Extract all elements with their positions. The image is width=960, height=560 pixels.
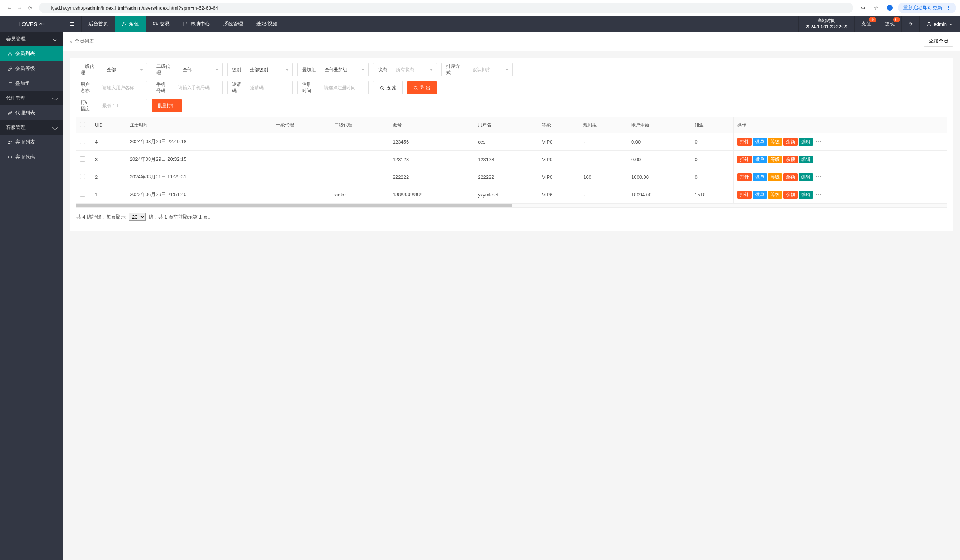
table-row: 22024年03月01日 11:29:31222222222222VIP0100… bbox=[76, 168, 947, 186]
chevron-down-icon bbox=[53, 37, 58, 41]
regtime-input[interactable] bbox=[320, 81, 368, 94]
filter-stack[interactable]: 叠加组 全部叠加组 bbox=[298, 63, 369, 77]
filter-phone: 手机号码 bbox=[152, 81, 223, 94]
restart-button[interactable]: 重新启动即可更新 ⋮ bbox=[898, 3, 956, 13]
sidebar-group-cs[interactable]: 客服管理 bbox=[0, 120, 63, 134]
sidebar-item-member-list[interactable]: 会员列表 bbox=[0, 46, 63, 61]
batch-inject-button[interactable]: 批量打针 bbox=[152, 99, 181, 112]
nav-help[interactable]: 帮助中心 bbox=[176, 16, 217, 32]
nav-recharge[interactable]: 32 充值 bbox=[854, 16, 878, 32]
row-checkbox[interactable] bbox=[80, 139, 85, 144]
username-input[interactable] bbox=[98, 81, 147, 94]
cell-username: 123123 bbox=[474, 151, 538, 168]
cell-username: yxymknet bbox=[474, 186, 538, 204]
invite-input[interactable] bbox=[246, 81, 293, 94]
sidebar-item-cs-list[interactable]: 客服列表 bbox=[0, 134, 63, 150]
op-order-button[interactable]: 做单 bbox=[753, 156, 767, 163]
sidebar-item-stack-group[interactable]: 叠加组 bbox=[0, 76, 63, 91]
row-checkbox[interactable] bbox=[80, 191, 85, 197]
nav-home[interactable]: 后台首页 bbox=[82, 16, 115, 32]
refresh-button[interactable]: ⟳ bbox=[901, 16, 920, 32]
user-table: UID 注册时间 一级代理 二级代理 账号 用户名 等级 规则组 账户余额 佣金… bbox=[76, 117, 947, 207]
sidebar-item-member-level[interactable]: 会员等级 bbox=[0, 61, 63, 76]
select-all-checkbox[interactable] bbox=[80, 122, 85, 127]
sidebar-group-member[interactable]: 会员管理 bbox=[0, 32, 63, 46]
cell-ops: 打针做单等级余额编辑⋯ bbox=[733, 168, 947, 186]
cell-balance: 0.00 bbox=[627, 151, 691, 168]
nav-withdraw[interactable]: 0 提现 bbox=[878, 16, 901, 32]
filter-sort[interactable]: 排序方式 默认排序 bbox=[442, 63, 513, 77]
page-size-select[interactable]: 20 bbox=[129, 213, 146, 221]
sidebar-item-agent-list[interactable]: 代理列表 bbox=[0, 105, 63, 120]
forward-button[interactable]: → bbox=[14, 3, 25, 13]
op-order-button[interactable]: 做单 bbox=[753, 173, 767, 181]
op-edit-button[interactable]: 编辑 bbox=[799, 191, 813, 199]
col-rulegrp: 规则组 bbox=[579, 117, 627, 133]
row-checkbox[interactable] bbox=[80, 156, 85, 161]
cell-ops: 打针做单等级余额编辑⋯ bbox=[733, 151, 947, 168]
table-row: 12022年06月29日 21:51:40xiake18888888888yxy… bbox=[76, 186, 947, 204]
op-balance-button[interactable]: 余额 bbox=[783, 156, 798, 163]
nav-media[interactable]: 选妃/视频 bbox=[250, 16, 284, 32]
filter-status[interactable]: 状态 所有状态 bbox=[373, 63, 437, 77]
export-button[interactable]: 导 出 bbox=[407, 81, 436, 94]
chevron-down-icon: ⌄ bbox=[949, 22, 953, 26]
back-button[interactable]: ← bbox=[4, 3, 14, 13]
op-more-button[interactable]: ⋯ bbox=[814, 138, 823, 144]
reload-button[interactable]: ⟳ bbox=[25, 3, 35, 13]
url-bar[interactable]: ≡ kjsd.hwym.shop/admin/index.html#/admin… bbox=[39, 3, 853, 13]
local-time: 当地时间 2024-10-01 23:32:39 bbox=[798, 16, 854, 32]
key-icon[interactable]: ⊶ bbox=[858, 3, 868, 13]
menu-toggle[interactable]: ☰ bbox=[63, 16, 82, 32]
op-level-button[interactable]: 等级 bbox=[768, 191, 782, 199]
site-info-icon[interactable]: ≡ bbox=[45, 5, 48, 11]
op-more-button[interactable]: ⋯ bbox=[814, 156, 823, 162]
op-level-button[interactable]: 等级 bbox=[768, 138, 782, 146]
col-uid: UID bbox=[91, 117, 126, 133]
op-order-button[interactable]: 做单 bbox=[753, 138, 767, 146]
op-order-button[interactable]: 做单 bbox=[753, 191, 767, 199]
pagination-suffix: 條，共 1 頁當前顯示第 1 頁。 bbox=[149, 214, 213, 220]
svg-point-2 bbox=[9, 52, 11, 54]
cell-username: 222222 bbox=[474, 168, 538, 186]
op-inject-button[interactable]: 打针 bbox=[737, 173, 752, 181]
cell-account: 123123 bbox=[389, 151, 474, 168]
horizontal-scrollbar[interactable] bbox=[76, 204, 947, 207]
filter-level[interactable]: 级别 全部级别 bbox=[227, 63, 293, 77]
chevron-down-icon bbox=[140, 69, 143, 71]
op-more-button[interactable]: ⋯ bbox=[814, 173, 823, 180]
op-inject-button[interactable]: 打针 bbox=[737, 138, 752, 146]
nav-trade[interactable]: 交易 bbox=[146, 16, 176, 32]
op-balance-button[interactable]: 余额 bbox=[783, 138, 798, 146]
op-balance-button[interactable]: 余额 bbox=[783, 173, 798, 181]
user-icon bbox=[8, 51, 12, 56]
op-level-button[interactable]: 等级 bbox=[768, 173, 782, 181]
op-edit-button[interactable]: 编辑 bbox=[799, 138, 813, 146]
op-edit-button[interactable]: 编辑 bbox=[799, 173, 813, 181]
star-icon[interactable]: ☆ bbox=[871, 3, 882, 13]
chevron-down-icon bbox=[216, 69, 219, 71]
add-member-button[interactable]: 添加会员 bbox=[924, 36, 953, 47]
op-edit-button[interactable]: 编辑 bbox=[799, 156, 813, 163]
op-level-button[interactable]: 等级 bbox=[768, 156, 782, 163]
op-inject-button[interactable]: 打针 bbox=[737, 156, 752, 163]
cell-agent1 bbox=[272, 133, 330, 151]
search-button[interactable]: 搜 索 bbox=[373, 81, 403, 94]
recharge-badge: 32 bbox=[869, 17, 876, 22]
op-more-button[interactable]: ⋯ bbox=[814, 191, 823, 197]
user-menu[interactable]: admin ⌄ bbox=[920, 16, 960, 32]
sidebar-group-agent[interactable]: 代理管理 bbox=[0, 91, 63, 105]
op-inject-button[interactable]: 打针 bbox=[737, 191, 752, 199]
sidebar-item-cs-code[interactable]: 客服代码 bbox=[0, 150, 63, 164]
cell-account: 123456 bbox=[389, 133, 474, 151]
cell-agent2: xiake bbox=[331, 186, 389, 204]
filter-agent1[interactable]: 一级代理 全部 bbox=[76, 63, 147, 77]
range-input[interactable] bbox=[98, 99, 147, 112]
op-balance-button[interactable]: 余额 bbox=[783, 191, 798, 199]
phone-input[interactable] bbox=[174, 81, 222, 94]
nav-sysmgmt[interactable]: 系统管理 bbox=[217, 16, 250, 32]
profile-avatar[interactable] bbox=[885, 3, 895, 13]
filter-agent2[interactable]: 二级代理 全部 bbox=[152, 63, 223, 77]
nav-role[interactable]: 角色 bbox=[115, 16, 146, 32]
row-checkbox[interactable] bbox=[80, 174, 85, 179]
